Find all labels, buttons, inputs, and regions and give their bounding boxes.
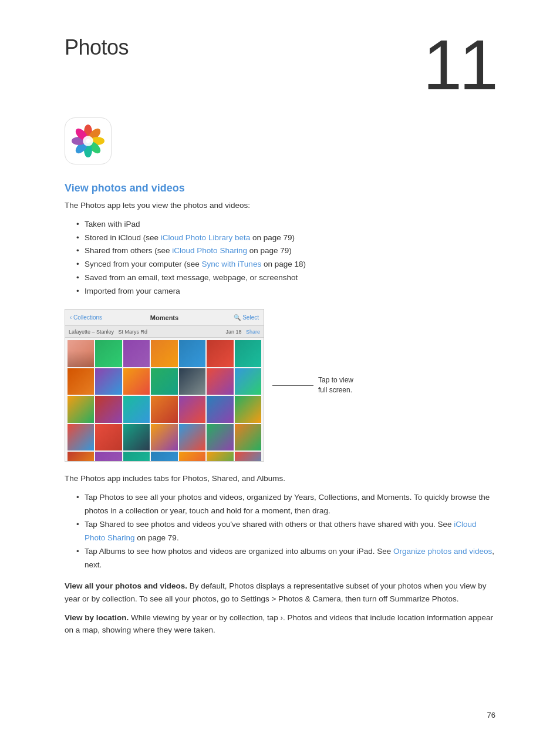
photo-thumb [68, 340, 94, 367]
photo-thumb [207, 396, 233, 422]
screenshot-date-share: Jan 18 Share [225, 329, 260, 335]
view-by-location-paragraph: View by location. While viewing by year … [65, 611, 495, 637]
ipad-screenshot: ‹ Collections Moments 🔍 Select Lafayette… [65, 309, 264, 462]
photo-grid [65, 338, 264, 462]
list-item-shared: Shared from others (see iCloud Photo Sha… [76, 244, 495, 258]
organize-photos-link[interactable]: Organize photos and videos [393, 547, 492, 556]
photo-thumb [235, 396, 261, 422]
photo-thumb [179, 424, 205, 450]
screenshot-actions: 🔍 Select [234, 314, 259, 321]
photo-thumb [123, 424, 150, 450]
photo-thumb [95, 340, 122, 367]
list-item-tap-albums: Tap Albums to see how photos and videos … [76, 545, 495, 572]
callout-wrapper: Tap to viewfull screen. [272, 375, 353, 395]
list-item-icloud: Stored in iCloud (see iCloud Photo Libra… [76, 231, 495, 245]
photo-thumb [68, 452, 94, 462]
list-item-synced: Synced from your computer (see Sync with… [76, 258, 495, 271]
photo-thumb [235, 368, 261, 395]
photo-thumb [151, 368, 177, 395]
section-heading: View photos and videos [65, 182, 495, 194]
screenshot-title: Moments [150, 314, 178, 321]
callout-line [272, 385, 313, 386]
app-icon [65, 117, 112, 164]
photo-thumb [95, 368, 122, 395]
photo-thumb [179, 396, 205, 422]
icloud-sharing-link-1[interactable]: iCloud Photo Sharing [172, 246, 247, 255]
list-item-tap-shared: Tap Shared to see photos and videos you'… [76, 518, 495, 545]
photo-thumb [235, 340, 261, 367]
screenshot-subheader: Lafayette – Stanley St Marys Rd Jan 18 S… [65, 326, 264, 338]
list-item-tap-photos: Tap Photos to see all your photos and vi… [76, 491, 495, 518]
photo-thumb [151, 452, 177, 462]
screenshot-location: Lafayette – Stanley St Marys Rd [69, 329, 147, 335]
page-number: 76 [487, 711, 495, 720]
photo-thumb [207, 452, 233, 462]
photo-thumb [95, 452, 122, 462]
photo-thumb [207, 340, 233, 367]
photo-thumb [68, 424, 94, 450]
list-item-saved: Saved from an email, text message, webpa… [76, 271, 495, 285]
view-by-location-text: While viewing by year or by collection, … [65, 613, 493, 635]
callout-arrow-line [272, 385, 313, 386]
photo-thumb [179, 452, 205, 462]
screenshot-container: ‹ Collections Moments 🔍 Select Lafayette… [65, 309, 495, 462]
tabs-list: Tap Photos to see all your photos and vi… [76, 491, 495, 572]
icloud-library-link[interactable]: iCloud Photo Library beta [161, 233, 250, 242]
view-by-location-bold: View by location. [65, 613, 129, 622]
photo-thumb [207, 368, 233, 395]
list-item-taken: Taken with iPad [76, 218, 495, 231]
icloud-sharing-link-2[interactable]: iCloud Photo Sharing [85, 520, 477, 542]
svg-point-8 [83, 136, 93, 146]
photo-thumb [151, 396, 177, 422]
chapter-title: Photos [65, 35, 129, 60]
sync-itunes-link[interactable]: Sync with iTunes [202, 260, 262, 268]
photo-thumb [151, 424, 177, 450]
photo-thumb [68, 396, 94, 422]
screenshot-header: ‹ Collections Moments 🔍 Select [65, 310, 264, 326]
view-all-paragraph: View all your photos and videos. By defa… [65, 580, 495, 605]
photo-thumb [235, 452, 261, 462]
feature-list: Taken with iPad Stored in iCloud (see iC… [76, 218, 495, 299]
photo-thumb [235, 424, 261, 450]
photo-thumb [179, 368, 205, 395]
photo-thumb [123, 396, 150, 422]
view-all-bold: View all your photos and videos. [65, 581, 187, 590]
list-item-imported: Imported from your camera [76, 285, 495, 298]
photo-thumb [123, 340, 150, 367]
photo-thumb [151, 340, 177, 367]
callout-text: Tap to viewfull screen. [318, 375, 353, 395]
screenshot-nav-back: ‹ Collections [70, 314, 102, 321]
photo-thumb [95, 396, 122, 422]
photo-thumb [123, 452, 150, 462]
photo-thumb [207, 424, 233, 450]
photo-thumb [123, 368, 150, 395]
photo-thumb [179, 340, 205, 367]
photo-thumb [68, 368, 94, 395]
chapter-number: 11 [423, 29, 495, 100]
section-intro: The Photos app lets you view the photos … [65, 199, 495, 212]
after-screenshot-text: The Photos app includes tabs for Photos,… [65, 472, 495, 485]
photo-thumb [95, 424, 122, 450]
